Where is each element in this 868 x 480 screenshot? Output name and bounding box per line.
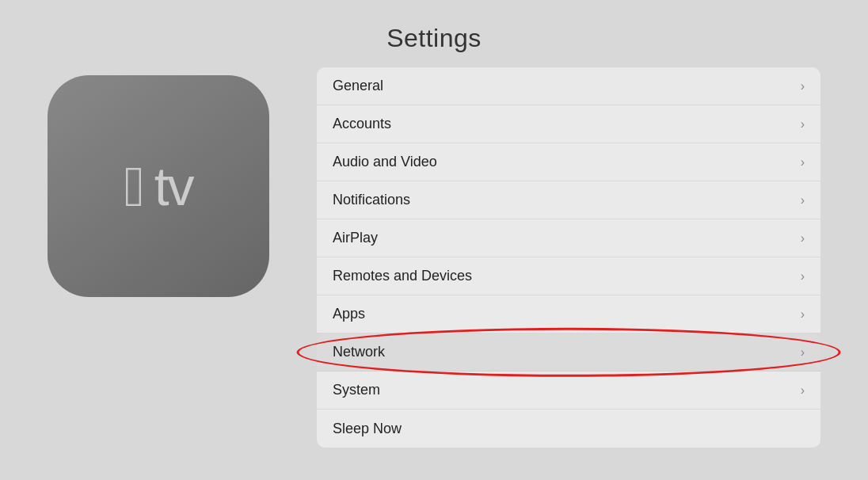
settings-label-accounts: Accounts <box>333 116 391 132</box>
settings-list: General›Accounts›Audio and Video›Notific… <box>317 67 820 448</box>
settings-item-apps[interactable]: Apps› <box>317 295 820 333</box>
settings-item-network[interactable]: Network› <box>317 333 820 371</box>
settings-item-audio-video[interactable]: Audio and Video› <box>317 143 820 181</box>
settings-label-airplay: AirPlay <box>333 230 378 246</box>
chevron-icon-remotes-devices: › <box>801 269 805 284</box>
chevron-icon-apps: › <box>801 307 805 322</box>
settings-item-airplay[interactable]: AirPlay› <box>317 219 820 257</box>
settings-item-accounts[interactable]: Accounts› <box>317 105 820 143</box>
apple-tv-logo:  tv <box>48 75 269 297</box>
logo-inner:  tv <box>124 155 192 217</box>
main-content:  tv General›Accounts›Audio and Video›No… <box>0 67 868 448</box>
settings-label-system: System <box>333 382 380 398</box>
settings-item-general[interactable]: General› <box>317 67 820 105</box>
chevron-icon-general: › <box>801 79 805 93</box>
chevron-icon-system: › <box>801 383 805 398</box>
chevron-icon-airplay: › <box>801 231 805 246</box>
chevron-icon-network: › <box>801 345 805 360</box>
chevron-icon-accounts: › <box>801 117 805 131</box>
settings-label-audio-video: Audio and Video <box>333 154 437 170</box>
network-row-wrapper: Network› <box>317 333 820 371</box>
chevron-icon-audio-video: › <box>801 155 805 170</box>
settings-label-general: General <box>333 78 383 94</box>
settings-label-remotes-devices: Remotes and Devices <box>333 268 472 284</box>
settings-label-apps: Apps <box>333 306 365 322</box>
settings-item-notifications[interactable]: Notifications› <box>317 181 820 219</box>
settings-label-network: Network <box>333 344 385 360</box>
settings-item-system[interactable]: System› <box>317 371 820 410</box>
apple-icon:  <box>124 158 144 215</box>
chevron-icon-notifications: › <box>801 193 805 208</box>
settings-label-notifications: Notifications <box>333 192 410 208</box>
settings-item-remotes-devices[interactable]: Remotes and Devices› <box>317 257 820 295</box>
page-title: Settings <box>386 24 482 53</box>
settings-item-sleep-now[interactable]: Sleep Now <box>317 410 820 448</box>
settings-label-sleep-now: Sleep Now <box>333 421 402 437</box>
tv-text: tv <box>154 155 193 217</box>
